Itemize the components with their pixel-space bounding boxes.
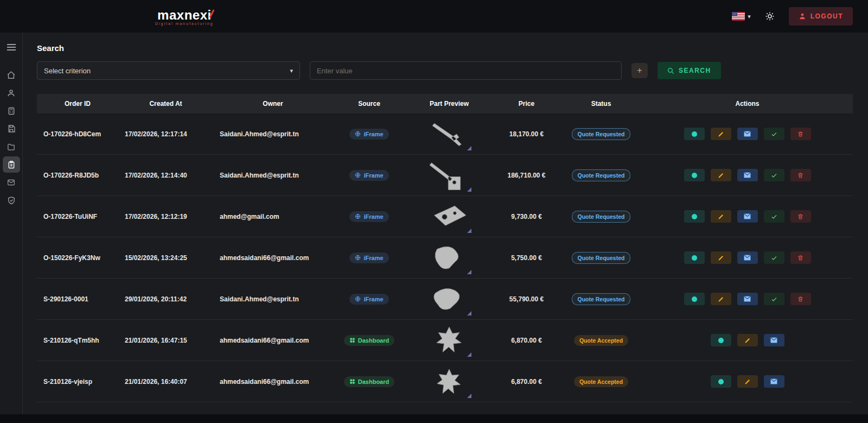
part-preview-image[interactable]: [426, 158, 473, 193]
sidebar-item-home[interactable]: [3, 67, 20, 83]
mail-button[interactable]: [737, 210, 758, 223]
created-at-cell: 17/02/2026, 12:17:14: [118, 130, 213, 138]
edit-button[interactable]: [711, 128, 731, 140]
source-cell: iFrame: [333, 170, 406, 181]
column-header: Status: [560, 100, 642, 108]
edit-button[interactable]: [711, 293, 731, 305]
part-preview-image[interactable]: [426, 199, 473, 234]
sidebar-menu-toggle[interactable]: [3, 39, 20, 55]
sidebar-item-orders[interactable]: [3, 156, 20, 173]
check-icon: [771, 172, 777, 179]
delete-button[interactable]: [790, 128, 811, 140]
criterion-select[interactable]: Select criterion ▾: [37, 61, 300, 80]
sidebar-item-save[interactable]: [3, 121, 20, 137]
order-id: O-170226-hD8Cem: [43, 130, 101, 138]
view-icon: [692, 214, 697, 219]
owner-cell: Saidani.Ahmed@esprit.tn: [213, 172, 333, 179]
part-preview-image[interactable]: [426, 323, 473, 358]
add-criterion-button[interactable]: +: [631, 63, 648, 78]
part-shape: [437, 369, 461, 393]
source-badge: iFrame: [349, 129, 388, 140]
created-at: 17/02/2026, 12:12:19: [125, 213, 187, 220]
view-button[interactable]: [684, 169, 705, 181]
folder-icon: [7, 143, 16, 151]
mail-button[interactable]: [737, 293, 758, 305]
part-preview-image[interactable]: [426, 282, 473, 317]
order-id: S-210126-qTm5hh: [43, 337, 99, 344]
mail-button[interactable]: [737, 128, 758, 140]
view-button[interactable]: [711, 375, 731, 388]
pencil-icon: [718, 172, 724, 179]
view-button[interactable]: [684, 210, 705, 223]
actions-cell: [642, 128, 853, 140]
view-icon: [692, 173, 697, 178]
approve-button[interactable]: [764, 251, 784, 264]
status-label: Quote Requested: [578, 172, 625, 179]
globe-icon: [355, 255, 361, 261]
order-id-cell: S-210126-qTm5hh: [37, 337, 118, 344]
sidebar-item-files[interactable]: [3, 138, 20, 155]
created-at-cell: 29/01/2026, 20:11:42: [118, 295, 213, 303]
search-button[interactable]: SEARCH: [658, 62, 721, 79]
edit-button[interactable]: [737, 375, 758, 388]
delete-button[interactable]: [790, 293, 811, 305]
table-header: Order ID Created At Owner Source Part Pr…: [37, 94, 853, 113]
approve-button[interactable]: [764, 128, 784, 140]
created-at: 17/02/2026, 12:17:14: [125, 130, 187, 138]
part-shape: [435, 247, 458, 269]
delete-button[interactable]: [790, 251, 811, 264]
mail-button[interactable]: [737, 251, 758, 264]
pencil-icon: [718, 131, 724, 137]
order-id-cell: O-150226-FyK3Nw: [37, 254, 118, 262]
brand-accent: [209, 9, 214, 18]
created-at: 21/01/2026, 16:47:15: [125, 337, 187, 344]
view-button[interactable]: [684, 293, 705, 305]
sidebar-item-users[interactable]: [3, 85, 20, 101]
part-preview-image[interactable]: [426, 241, 473, 275]
sidebar-item-security[interactable]: [3, 192, 20, 209]
part-preview-image[interactable]: [426, 117, 473, 151]
approve-button[interactable]: [764, 210, 784, 223]
search-value-input[interactable]: [310, 61, 622, 80]
status-badge: Quote Accepted: [574, 376, 628, 387]
source-badge: Dashboard: [344, 376, 394, 387]
status-badge: Quote Requested: [572, 211, 631, 223]
envelope-icon: [744, 255, 751, 261]
edit-button[interactable]: [711, 251, 731, 264]
status-label: Quote Requested: [578, 296, 625, 302]
created-at: 15/02/2026, 13:24:25: [125, 254, 187, 262]
logout-button[interactable]: LOGOUT: [789, 7, 853, 26]
edit-button[interactable]: [711, 169, 731, 181]
table-row: O-170226-R8JD5b 17/02/2026, 12:14:40 Sai…: [37, 155, 853, 196]
sidebar-item-mail[interactable]: [3, 174, 20, 191]
owner-email: ahmedsaidani66@gmail.com: [220, 254, 309, 262]
edit-button[interactable]: [737, 334, 758, 346]
mail-button[interactable]: [764, 334, 784, 346]
part-preview-image[interactable]: [426, 364, 473, 399]
brand-name: maxnexi: [157, 8, 212, 23]
edit-button[interactable]: [711, 210, 731, 223]
us-flag-icon: [732, 12, 745, 21]
language-selector[interactable]: ▾: [732, 12, 751, 21]
dashboard-icon: [349, 378, 355, 384]
approve-button[interactable]: [764, 293, 784, 305]
view-button[interactable]: [711, 334, 731, 346]
search-bar: Select criterion ▾ + SEARCH: [37, 61, 853, 80]
delete-button[interactable]: [790, 210, 811, 223]
status-label: Quote Accepted: [579, 378, 623, 385]
owner-email: Saidani.Ahmed@esprit.tn: [220, 295, 299, 303]
approve-button[interactable]: [764, 169, 784, 181]
delete-button[interactable]: [790, 169, 811, 181]
mail-icon: [7, 179, 16, 186]
price-cell: 186,710.00 €: [493, 172, 560, 179]
owner-email: ahmedsaidani66@gmail.com: [220, 337, 309, 344]
owner-email: Saidani.Ahmed@esprit.tn: [220, 172, 299, 179]
theme-toggle-button[interactable]: [765, 11, 775, 21]
order-id: O-150226-FyK3Nw: [43, 254, 100, 262]
sidebar-item-calculator[interactable]: [3, 103, 20, 119]
mail-button[interactable]: [737, 169, 758, 181]
mail-button[interactable]: [764, 375, 784, 388]
order-id-cell: O-170226-R8JD5b: [37, 172, 118, 179]
view-button[interactable]: [684, 251, 705, 264]
view-button[interactable]: [684, 128, 705, 140]
